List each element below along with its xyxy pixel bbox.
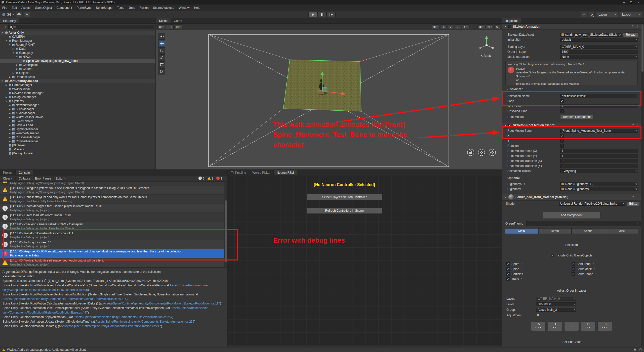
foldout-arrow-icon[interactable]: ▸ (504, 196, 507, 198)
foldout-advanced[interactable]: ▸Advanced (504, 86, 639, 92)
component-enabled-checkbox[interactable]: ✓ (508, 124, 511, 127)
inspector-scrollbar[interactable] (641, 24, 644, 347)
rotate-tool-button[interactable] (158, 47, 165, 54)
hierarchy-item-camera[interactable]: CAMERA (0, 35, 155, 39)
grid-icon[interactable]: ▦▾ (157, 24, 165, 29)
hierarchy-item-roommanager[interactable]: ▼RoomManager (0, 39, 155, 43)
shader-edit-button[interactable]: Edit... (626, 201, 640, 206)
menu-edit[interactable]: Edit (9, 5, 19, 11)
shader-dropdown[interactable]: Universal Render Pipeline/2D/Spine/Sprit… (559, 202, 625, 206)
scene-overlay-buttons[interactable] (467, 149, 496, 156)
input-adjustment[interactable]: 0 (536, 314, 539, 317)
menu-jobs[interactable]: Jobs (126, 5, 137, 11)
object-field-skeletondata-asset[interactable]: sandir_new_front_SkeletonData (Skeleton … (560, 33, 622, 37)
info-count-toggle-icon[interactable] (198, 176, 202, 181)
refresh-controllers-button[interactable]: Refresh Controllers in Scene (307, 208, 382, 214)
tab-hierarchy[interactable]: Hierarchy (0, 18, 19, 23)
view-tool-button[interactable] (158, 33, 165, 40)
menu-fusion[interactable]: Fusion (137, 5, 151, 11)
object-picker-icon[interactable]: ⊙ (634, 187, 637, 191)
gizmo-plane-handle[interactable] (323, 87, 326, 91)
scene-viewport[interactable]: < Back (156, 30, 502, 169)
hierarchy-search-input[interactable]: All (8, 25, 154, 29)
greenthumb-tab-scene[interactable]: Scene (572, 228, 605, 234)
console-stack-trace[interactable]: ArgumentOutOfRangeException: Index was o… (0, 267, 227, 346)
hierarchy-item-cutscenemanager[interactable]: ▶CutsceneManager (0, 135, 155, 139)
expand-arrow-icon[interactable]: ▶ (8, 136, 11, 139)
dropdown-level[interactable]: Ground_0▾ (536, 302, 576, 306)
help-icon[interactable]: ? (632, 123, 634, 127)
hierarchy-item-audiomanager[interactable]: ▶AudioManager (0, 111, 155, 115)
expand-arrow-icon[interactable]: ▶ (8, 124, 11, 126)
hierarchy-item-random-tests[interactable]: ▶Random Tests (0, 75, 155, 79)
account-button[interactable]: GG ▾ (2, 13, 14, 16)
audio-icon[interactable]: ♪ (455, 24, 461, 29)
expand-arrow-icon[interactable]: ▼ (8, 44, 11, 46)
hierarchy-item-networkmanager[interactable]: ▶NetworkManager (0, 103, 155, 107)
help-icon[interactable]: ? (632, 25, 634, 28)
dropdown-group[interactable]: Above Main_3▾ (536, 308, 576, 312)
close-button[interactable]: × (635, 0, 642, 5)
dropdown-root-motion-bone[interactable]: [Front] Spine_Movement_Test_Bone▾ (560, 129, 638, 133)
dropdown-mask-interaction[interactable]: None▾ (560, 55, 638, 59)
search-icon[interactable] (589, 12, 595, 17)
hierarchy-item-gamemanager[interactable]: ▶GameManager (0, 83, 155, 87)
console-log-entry[interactable]: [14:14:05] RoomManager Start() setting p… (0, 204, 227, 213)
hierarchy-item-dotween[interactable]: [DOTween] (0, 143, 155, 147)
hierarchy-item-buildmanager[interactable]: ▶BuildManager (0, 107, 155, 111)
order-step-button-1[interactable]: +1>> (581, 321, 595, 331)
order-step-button-1[interactable]: -1<< (548, 321, 562, 331)
layout-dropdown[interactable]: Layout▾ (620, 12, 642, 17)
input-time-scale[interactable]: 1 (560, 104, 638, 108)
input-root-motion-translate-x[interactable]: 0 (560, 159, 638, 163)
order-step-button-5[interactable]: +5>>>> (597, 321, 612, 331)
expand-arrow-icon[interactable]: ▶ (8, 132, 11, 135)
expand-arrow-icon[interactable]: ▼ (5, 100, 8, 102)
tab-console[interactable]: Console (16, 170, 33, 175)
select-neuron-controller-button[interactable]: Select Player's Neuron Controller (307, 194, 382, 200)
menu-component[interactable]: Component (54, 5, 74, 11)
toggle-sortgroup[interactable]: ✓SortGroup:- (572, 261, 637, 267)
hierarchy-item-room-right[interactable]: ▼Room_RIGHT (0, 43, 155, 47)
foldout-arrow-icon[interactable]: ▾ (504, 124, 507, 126)
hierarchy-item-critters[interactable]: ▶Critters (0, 67, 155, 71)
kebab-menu-icon[interactable]: ⋮ (148, 18, 155, 23)
expand-arrow-icon[interactable]: ▼ (12, 52, 15, 54)
expand-arrow-icon[interactable]: ▼ (1, 32, 4, 34)
tab-greenthumb[interactable]: GreenThumb (502, 221, 527, 226)
toggle-spine[interactable]: ✓Spine:1 (506, 267, 572, 272)
console-log-entry[interactable]: UnityEngine.Debug:LogWarning (object,Uni… (0, 182, 227, 186)
hierarchy-item-aster-only[interactable]: ▼Aster Only⋮ (0, 31, 155, 35)
warning-count-toggle-icon[interactable] (207, 176, 211, 181)
expand-arrow-icon[interactable]: ▼ (15, 56, 18, 58)
checkbox-loop[interactable]: ✓ (560, 99, 564, 103)
dropdown-animation-name[interactable]: abilities/walk/walk▾ (560, 94, 638, 98)
move-tool-button[interactable] (158, 40, 165, 47)
checkbox-y[interactable] (560, 139, 564, 143)
hierarchy-item-weathermanager[interactable]: ▶WeatherManager (0, 131, 155, 135)
hierarchy-item-data[interactable]: ▶Data (0, 47, 155, 51)
dropdown-initial-skin[interactable]: default▾ (560, 38, 638, 42)
menu-gameobject[interactable]: GameObject (33, 5, 54, 11)
tab-game[interactable]: Game (171, 18, 185, 23)
kebab-menu-icon[interactable]: ⋮ (220, 170, 227, 175)
hierarchy-item-widthscalingcanvas[interactable]: ▶WidthScalingCanvas (0, 115, 155, 119)
kebab-menu-icon[interactable]: ⋮ (636, 195, 639, 199)
kebab-menu-icon[interactable]: ⋮ (634, 221, 641, 226)
component-header-skeleton-animation[interactable]: ▾ ✓ SkeletonAnimation ?⋮ (502, 24, 641, 30)
maximize-button[interactable] (627, 0, 635, 5)
tab-neuron-fsm[interactable]: Neuron FSM (274, 170, 297, 175)
foldout-arrow-icon[interactable]: ▾ (504, 25, 507, 28)
kebab-menu-icon[interactable]: ⋮ (149, 79, 154, 83)
hierarchy-item-players[interactable]: _Players_ (0, 147, 155, 151)
hierarchy-item-systems[interactable]: ▼Systems (0, 99, 155, 103)
greenthumb-tab-misc[interactable]: Misc (605, 228, 638, 234)
expand-arrow-icon[interactable]: ▶ (8, 108, 11, 110)
object-field-rigidbody[interactable]: None (Rigidbody)⊙ (560, 187, 638, 191)
order-step-button-0[interactable]: 0 (564, 321, 579, 331)
clear-button[interactable]: Clear▾ (1, 176, 14, 181)
collapse-toggle[interactable]: Collapse (17, 176, 32, 181)
expand-arrow-icon[interactable]: ▶ (8, 76, 11, 78)
transform-tool-button[interactable] (158, 68, 165, 75)
expand-arrow-icon[interactable]: ▶ (5, 96, 8, 98)
